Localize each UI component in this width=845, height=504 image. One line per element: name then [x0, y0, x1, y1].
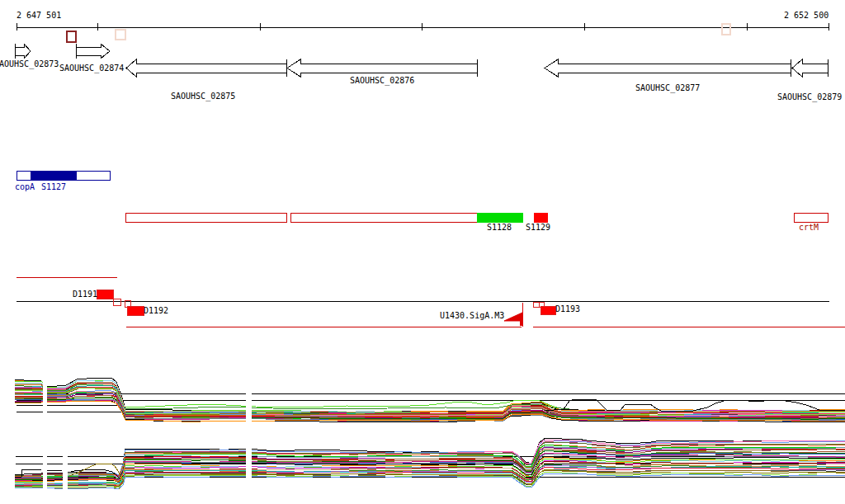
expression-panel-forward: [15, 363, 845, 429]
operon-bar-copA-S1127[interactable]: [17, 171, 110, 180]
gene-arrow-SAOUHSC_02877[interactable]: [545, 59, 791, 77]
gene-arrow-shape[interactable]: [15, 44, 31, 59]
expression-panel-reverse: [15, 433, 845, 499]
gene-arrow-shape[interactable]: [126, 59, 286, 77]
segment-box-seg-mid[interactable]: [290, 213, 477, 222]
tss-feature-D1193[interactable]: [533, 302, 555, 314]
tss-feature-box[interactable]: [113, 299, 120, 305]
segment-box-crtM[interactable]: [794, 213, 828, 222]
tss-feature-box[interactable]: [541, 306, 555, 314]
tss-feature-box[interactable]: [127, 306, 144, 315]
tss-foot: [520, 317, 523, 326]
segment-box-seg-left[interactable]: [125, 213, 286, 222]
expression-panel-forward-hitarea[interactable]: [15, 363, 845, 429]
ruler-marker[interactable]: [722, 24, 730, 35]
segment-box-S1129[interactable]: [534, 213, 547, 222]
ruler-marker[interactable]: [116, 30, 125, 40]
tss-feature-D1191[interactable]: [97, 290, 120, 305]
gene-arrow-SAOUHSC_02874[interactable]: [76, 44, 110, 59]
gene-arrow-SAOUHSC_02873[interactable]: [15, 44, 31, 59]
gene-arrow-shape[interactable]: [792, 59, 828, 77]
gene-arrow-shape[interactable]: [287, 59, 477, 77]
gene-arrow-shape[interactable]: [76, 44, 110, 59]
genome-browser-canvas: [0, 0, 845, 504]
gene-arrow-SAOUHSC_02875[interactable]: [126, 59, 286, 77]
genome-browser-view: 2 647 5012 652 500SAOUHSC_02873SAOUHSC_0…: [0, 0, 845, 504]
genomic-coordinates-ruler[interactable]: [17, 23, 828, 42]
ruler-marker[interactable]: [67, 31, 76, 42]
tss-segment-row: [17, 277, 845, 327]
tss-feature-box[interactable]: [533, 302, 539, 307]
expression-panel-reverse-hitarea[interactable]: [15, 433, 845, 499]
gene-arrow-shape[interactable]: [545, 59, 791, 77]
segment-box-S1128[interactable]: [477, 213, 522, 222]
tss-feature-D1192[interactable]: [125, 300, 144, 315]
tss-feature-U1430.SigA.M3[interactable]: [504, 303, 523, 327]
gene-arrow-SAOUHSC_02876[interactable]: [287, 59, 477, 77]
tss-feature-box[interactable]: [97, 290, 113, 299]
gene-arrow-SAOUHSC_02879[interactable]: [792, 59, 828, 77]
tss-wedge[interactable]: [504, 313, 522, 321]
operon-bar-filled-segment[interactable]: [31, 171, 76, 180]
